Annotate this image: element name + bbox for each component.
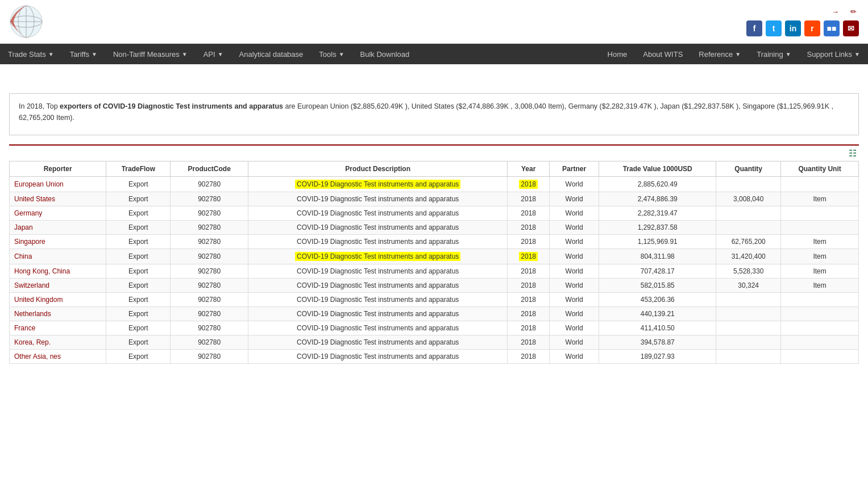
nav-tools[interactable]: Tools ▼ — [311, 44, 352, 64]
delicious-icon[interactable]: ■■ — [824, 20, 840, 36]
productcode-cell: 902780 — [171, 321, 248, 335]
site-header: → ✏ f t in r ■■ ✉ — [0, 0, 868, 44]
nav-bulk-download[interactable]: Bulk Download — [352, 44, 418, 64]
chevron-down-icon: ▼ — [218, 51, 223, 57]
productcode-cell: 902780 — [171, 177, 248, 192]
col-header-tradeflow: TradeFlow — [106, 161, 171, 177]
tradeflow-cell: Export — [106, 293, 171, 307]
nav-api[interactable]: API ▼ — [196, 44, 231, 64]
tradeflow-cell: Export — [106, 177, 171, 192]
chevron-down-icon: ▼ — [735, 51, 741, 57]
table-row: SingaporeExport902780COVID-19 Diagnostic… — [10, 235, 859, 249]
partner-cell: World — [549, 307, 599, 321]
nav-reference[interactable]: Reference ▼ — [691, 50, 749, 59]
reporter-link[interactable]: United Kingdom — [14, 296, 63, 304]
excel-export-icon[interactable]: ☷ — [849, 148, 857, 159]
reporter-link[interactable]: Singapore — [14, 238, 45, 246]
quantityunit-cell: Item — [781, 192, 859, 206]
year-cell: 2018 — [508, 192, 550, 206]
description-cell: COVID-19 Diagnostic Test instruments and… — [248, 249, 508, 264]
table-row: Korea, Rep.Export902780COVID-19 Diagnost… — [10, 335, 859, 350]
register-link[interactable]: ✏ — [850, 7, 859, 16]
reporter-link[interactable]: France — [14, 324, 35, 332]
productcode-cell: 902780 — [171, 307, 248, 321]
nav-training[interactable]: Training ▼ — [749, 50, 799, 59]
nav-trade-stats[interactable]: Trade Stats ▼ — [0, 44, 62, 64]
tradevalue-cell: 440,139.21 — [599, 307, 716, 321]
quantity-cell: 5,528,330 — [716, 264, 781, 279]
reporter-link[interactable]: China — [14, 252, 32, 260]
linkedin-icon[interactable]: in — [785, 20, 801, 36]
quantity-cell: 31,420,400 — [716, 249, 781, 264]
description-cell: COVID-19 Diagnostic Test instruments and… — [248, 206, 508, 221]
facebook-icon[interactable]: f — [746, 20, 762, 36]
partner-cell: World — [549, 235, 599, 249]
reporter-link[interactable]: European Union — [14, 180, 64, 188]
quantityunit-cell: Item — [781, 235, 859, 249]
quantity-cell — [716, 307, 781, 321]
year-cell: 2018 — [508, 264, 550, 279]
productcode-cell: 902780 — [171, 235, 248, 249]
email-icon[interactable]: ✉ — [843, 20, 859, 36]
nav-home[interactable]: Home — [600, 50, 636, 59]
tradevalue-cell: 394,578.87 — [599, 335, 716, 350]
description-cell: COVID-19 Diagnostic Test instruments and… — [248, 335, 508, 350]
twitter-icon[interactable]: t — [766, 20, 782, 36]
reporter-link[interactable]: Netherlands — [14, 310, 51, 318]
nav-support[interactable]: Support Links ▼ — [799, 50, 868, 59]
table-row: JapanExport902780COVID-19 Diagnostic Tes… — [10, 221, 859, 235]
login-icon: → — [832, 7, 839, 16]
description-cell: COVID-19 Diagnostic Test instruments and… — [248, 321, 508, 335]
reporter-link[interactable]: Korea, Rep. — [14, 338, 51, 346]
chevron-down-icon: ▼ — [92, 51, 97, 57]
reporter-link[interactable]: Switzerland — [14, 281, 49, 289]
trade-data-table: Reporter TradeFlow ProductCode Product D… — [9, 161, 859, 364]
reporter-link[interactable]: Hong Kong, China — [14, 267, 70, 275]
tradevalue-cell: 189,027.93 — [599, 350, 716, 364]
year-cell: 2018 — [508, 335, 550, 350]
year-cell: 2018 — [508, 279, 550, 293]
col-header-reporter: Reporter — [10, 161, 106, 177]
description-cell: COVID-19 Diagnostic Test instruments and… — [248, 350, 508, 364]
nav-about-wits[interactable]: About WITS — [635, 50, 691, 59]
reddit-icon[interactable]: r — [804, 20, 820, 36]
tradeflow-cell: Export — [106, 350, 171, 364]
reporter-link[interactable]: Other Asia, nes — [14, 353, 61, 360]
tradevalue-cell: 582,015.85 — [599, 279, 716, 293]
table-row: NetherlandsExport902780COVID-19 Diagnost… — [10, 307, 859, 321]
description-cell: COVID-19 Diagnostic Test instruments and… — [248, 235, 508, 249]
productcode-cell: 902780 — [171, 350, 248, 364]
table-row: SwitzerlandExport902780COVID-19 Diagnost… — [10, 279, 859, 293]
quantityunit-cell — [781, 177, 859, 192]
table-row: ChinaExport902780COVID-19 Diagnostic Tes… — [10, 249, 859, 264]
summary-exporters-bold: exporters of COVID-19 Diagnostic Test in… — [60, 102, 283, 110]
tradevalue-cell: 707,428.17 — [599, 264, 716, 279]
description-cell: COVID-19 Diagnostic Test instruments and… — [248, 307, 508, 321]
reporter-link[interactable]: Japan — [14, 223, 33, 231]
reporter-link[interactable]: United States — [14, 195, 55, 203]
globe-icon — [9, 5, 43, 39]
col-header-productcode: ProductCode — [171, 161, 248, 177]
login-link[interactable]: → — [832, 7, 841, 16]
quantityunit-cell — [781, 307, 859, 321]
productcode-cell: 902780 — [171, 279, 248, 293]
productcode-cell: 902780 — [171, 221, 248, 235]
partner-cell: World — [549, 350, 599, 364]
nav-analytical[interactable]: Analytical database — [231, 44, 312, 64]
quantityunit-cell — [781, 221, 859, 235]
quantity-cell: 3,008,040 — [716, 192, 781, 206]
col-header-quantity: Quantity — [716, 161, 781, 177]
register-icon: ✏ — [850, 7, 857, 16]
productcode-cell: 902780 — [171, 264, 248, 279]
col-header-year: Year — [508, 161, 550, 177]
tradeflow-cell: Export — [106, 335, 171, 350]
nav-tariffs[interactable]: Tariffs ▼ — [62, 44, 105, 64]
chevron-down-icon: ▼ — [786, 51, 791, 57]
tradeflow-cell: Export — [106, 235, 171, 249]
partner-cell: World — [549, 249, 599, 264]
reporter-link[interactable]: Germany — [14, 209, 42, 217]
quantity-cell: 62,765,200 — [716, 235, 781, 249]
nav-non-tariff[interactable]: Non-Tariff Measures ▼ — [105, 44, 196, 64]
description-cell: COVID-19 Diagnostic Test instruments and… — [248, 177, 508, 192]
tradeflow-cell: Export — [106, 249, 171, 264]
